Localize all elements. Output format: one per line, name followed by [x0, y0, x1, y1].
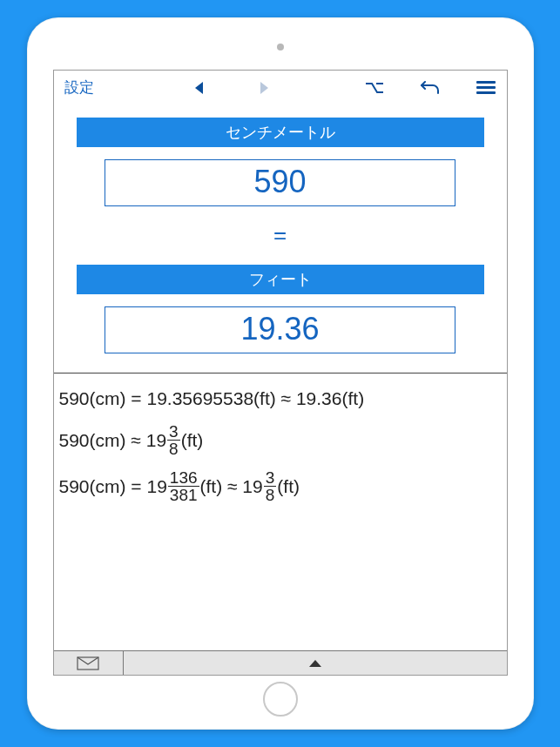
from-value-input[interactable]: 590 [105, 159, 455, 206]
svg-marker-0 [195, 82, 203, 94]
tablet-frame: 設定 [27, 17, 534, 730]
mail-icon [77, 656, 99, 670]
camera-dot [277, 44, 284, 50]
option-button[interactable] [364, 77, 385, 98]
fraction-denominator: 8 [167, 441, 180, 457]
fraction: 136 381 [168, 469, 199, 503]
result-text: (ft) [181, 427, 204, 453]
result-text: (ft) [277, 474, 300, 499]
result-text: 590(cm) ≈ 19 [59, 427, 167, 453]
fraction-denominator: 381 [168, 487, 199, 503]
to-value-output[interactable]: 19.36 [105, 306, 455, 353]
result-line-2: 590(cm) ≈ 19 3 8 (ft) [59, 423, 502, 457]
undo-button[interactable] [420, 77, 441, 98]
from-unit-label[interactable]: センチメートル [77, 118, 484, 147]
menu-button[interactable] [476, 77, 496, 98]
svg-marker-3 [309, 660, 321, 667]
fraction-numerator: 136 [168, 469, 199, 487]
fraction-numerator: 3 [167, 423, 180, 441]
equals-sign: = [273, 222, 287, 249]
menu-icon [476, 81, 496, 94]
back-button[interactable] [189, 77, 210, 98]
expand-button[interactable] [124, 651, 507, 675]
bottom-bar [54, 650, 507, 675]
home-button[interactable] [263, 682, 298, 717]
app-screen: 設定 [53, 70, 508, 676]
conversion-panel: センチメートル 590 = フィート 19.36 [54, 105, 507, 374]
result-text: (ft) ≈ 19 [200, 474, 263, 499]
triangle-up-icon [308, 659, 322, 668]
result-line-3: 590(cm) = 19 136 381 (ft) ≈ 19 3 8 (ft) [59, 469, 502, 503]
triangle-left-icon [194, 81, 205, 95]
result-text: 590(cm) = 19 [59, 474, 167, 499]
fraction-numerator: 3 [264, 469, 277, 487]
option-key-icon [365, 82, 384, 94]
fraction: 3 8 [167, 423, 180, 457]
mail-button[interactable] [54, 651, 124, 675]
triangle-right-icon [259, 81, 269, 95]
settings-button[interactable]: 設定 [59, 77, 99, 98]
fraction: 3 8 [264, 469, 277, 503]
nav-group [189, 77, 274, 98]
result-line-1: 590(cm) = 19.35695538(ft) ≈ 19.36(ft) [59, 386, 502, 411]
toolbar: 設定 [54, 71, 507, 105]
undo-icon [421, 81, 440, 95]
forward-button[interactable] [253, 77, 274, 98]
to-unit-label[interactable]: フィート [77, 265, 484, 294]
results-panel: 590(cm) = 19.35695538(ft) ≈ 19.36(ft) 59… [54, 374, 507, 650]
svg-marker-1 [260, 82, 268, 94]
result-text: 590(cm) = 19.35695538(ft) ≈ 19.36(ft) [59, 386, 365, 411]
toolbar-right-group [364, 77, 502, 98]
fraction-denominator: 8 [264, 487, 277, 503]
